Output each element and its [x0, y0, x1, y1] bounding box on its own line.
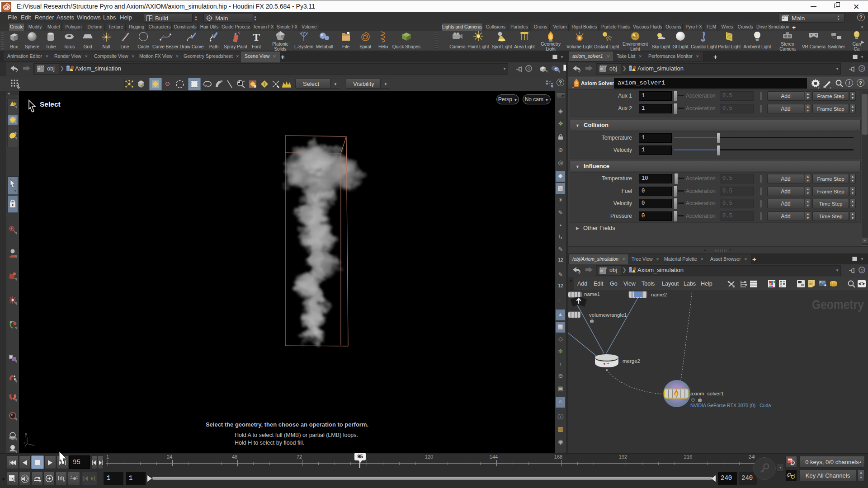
- svg-text:z: z: [24, 441, 26, 445]
- svg-text:y: y: [25, 432, 27, 436]
